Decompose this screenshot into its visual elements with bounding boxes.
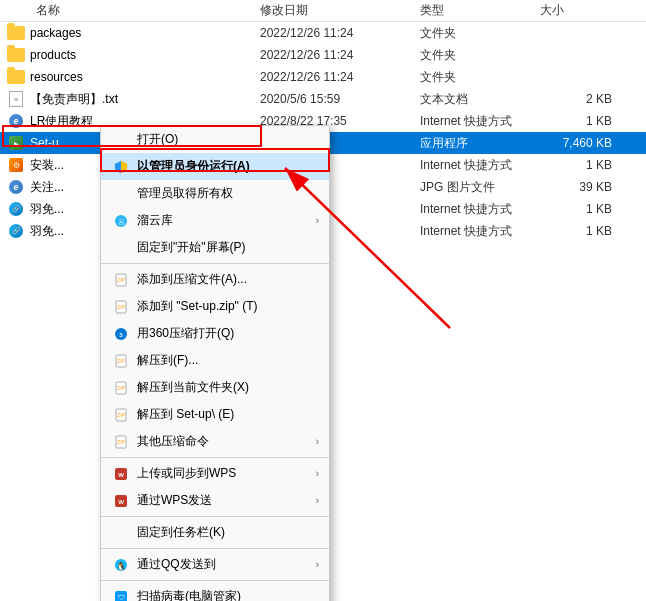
context-menu-item-open[interactable]: 打开(O)	[101, 126, 329, 153]
link-icon	[9, 224, 23, 238]
file-date: 2020/5/6 15:59	[260, 92, 420, 106]
context-menu-item-extract-here[interactable]: ZIP解压到当前文件夹(X)	[101, 374, 329, 401]
file-type: JPG 图片文件	[420, 179, 540, 196]
context-menu-separator	[101, 263, 329, 264]
file-row[interactable]: 【免责声明】.txt2020/5/6 15:59文本文档2 KB	[0, 88, 646, 110]
file-row[interactable]: resources2022/12/26 11:24文件夹	[0, 66, 646, 88]
file-type: Internet 快捷方式	[420, 201, 540, 218]
col-name-header: 名称	[0, 2, 260, 19]
file-size: 1 KB	[540, 114, 620, 128]
submenu-arrow-icon: ›	[316, 495, 319, 506]
file-date: 2022/12/26 11:24	[260, 26, 420, 40]
context-menu-item-add-setup-zip[interactable]: ZIP添加到 "Set-up.zip" (T)	[101, 293, 329, 320]
submenu-arrow-icon: ›	[316, 468, 319, 479]
context-menu-item-label: 上传或同步到WPS	[137, 465, 316, 482]
svg-text:ZIP: ZIP	[117, 439, 125, 445]
context-menu-item-label: 解压到(F)...	[137, 352, 319, 369]
file-type: Internet 快捷方式	[420, 223, 540, 240]
yunpan-icon: 云	[111, 213, 131, 229]
svg-text:🐧: 🐧	[116, 560, 126, 570]
url-icon	[9, 180, 23, 194]
wps-icon: W	[111, 466, 131, 482]
context-menu-item-label: 解压到 Set-up\ (E)	[137, 406, 319, 423]
empty-icon	[111, 240, 131, 256]
file-type: Internet 快捷方式	[420, 157, 540, 174]
qq-icon: 🐧	[111, 557, 131, 573]
file-date: 2022/12/26 11:24	[260, 70, 420, 84]
context-menu-item-run-as-admin[interactable]: 以管理员身份运行(A)	[101, 153, 329, 180]
context-menu-item-label: 溜云库	[137, 212, 316, 229]
zip-icon: ZIP	[111, 299, 131, 315]
submenu-arrow-icon: ›	[316, 215, 319, 226]
pcmanager-icon: 🛡	[111, 589, 131, 602]
context-menu-item-label: 解压到当前文件夹(X)	[137, 379, 319, 396]
context-menu-item-take-ownership[interactable]: 管理员取得所有权	[101, 180, 329, 207]
file-size: 2 KB	[540, 92, 620, 106]
context-menu-item-extract-setup[interactable]: ZIP解压到 Set-up\ (E)	[101, 401, 329, 428]
context-menu-item-add-compress[interactable]: ZIP添加到压缩文件(A)...	[101, 266, 329, 293]
file-type: Internet 快捷方式	[420, 113, 540, 130]
svg-text:ZIP: ZIP	[117, 358, 125, 364]
file-size: 7,460 KB	[540, 136, 620, 150]
context-menu-item-send-qq[interactable]: 🐧通过QQ发送到›	[101, 551, 329, 578]
context-menu-item-yunpan[interactable]: 云溜云库›	[101, 207, 329, 234]
column-headers: 名称 修改日期 类型 大小	[0, 0, 646, 22]
zip-icon: ZIP	[111, 353, 131, 369]
context-menu-item-label: 添加到 "Set-up.zip" (T)	[137, 298, 319, 315]
svg-text:ZIP: ZIP	[117, 412, 125, 418]
explorer-window: 名称 修改日期 类型 大小 packages2022/12/26 11:24文件…	[0, 0, 646, 601]
file-row[interactable]: packages2022/12/26 11:24文件夹	[0, 22, 646, 44]
svg-text:云: 云	[118, 218, 125, 225]
install-icon	[9, 158, 23, 172]
context-menu-item-360-compress[interactable]: 3用360压缩打开(Q)	[101, 320, 329, 347]
submenu-arrow-icon: ›	[316, 559, 319, 570]
context-menu-item-other-compress[interactable]: ZIP其他压缩命令›	[101, 428, 329, 455]
context-menu-item-pin-taskbar[interactable]: 固定到任务栏(K)	[101, 519, 329, 546]
context-menu-item-extract-to[interactable]: ZIP解压到(F)...	[101, 347, 329, 374]
svg-text:ZIP: ZIP	[117, 304, 125, 310]
file-size: 1 KB	[540, 202, 620, 216]
link-icon	[9, 202, 23, 216]
context-menu-item-label: 用360压缩打开(Q)	[137, 325, 319, 342]
icon-360: 3	[111, 326, 131, 342]
context-menu-separator	[101, 457, 329, 458]
svg-text:W: W	[118, 499, 124, 505]
file-date: 2022/12/26 11:24	[260, 48, 420, 62]
file-name: 【免责声明】.txt	[30, 91, 260, 108]
context-menu-item-pin-start[interactable]: 固定到"开始"屏幕(P)	[101, 234, 329, 261]
context-menu-item-send-wps[interactable]: W通过WPS发送›	[101, 487, 329, 514]
col-size-header: 大小	[540, 2, 620, 19]
context-menu-item-scan-virus[interactable]: 🛡扫描病毒(电脑管家)	[101, 583, 329, 601]
zip-icon: ZIP	[111, 272, 131, 288]
file-size: 39 KB	[540, 180, 620, 194]
svg-text:ZIP: ZIP	[117, 277, 125, 283]
col-date-header: 修改日期	[260, 2, 420, 19]
context-menu-item-upload-wps[interactable]: W上传或同步到WPS›	[101, 460, 329, 487]
url-icon	[9, 114, 23, 128]
context-menu-item-label: 固定到任务栏(K)	[137, 524, 319, 541]
context-menu-item-label: 以管理员身份运行(A)	[137, 158, 319, 175]
file-name: resources	[30, 70, 260, 84]
file-type: 应用程序	[420, 135, 540, 152]
exe-icon	[9, 136, 23, 150]
zip-icon: ZIP	[111, 380, 131, 396]
file-row[interactable]: products2022/12/26 11:24文件夹	[0, 44, 646, 66]
svg-text:W: W	[118, 472, 124, 478]
file-type: 文件夹	[420, 25, 540, 42]
txt-icon	[9, 91, 23, 107]
zip-icon: ZIP	[111, 434, 131, 450]
file-type: 文本文档	[420, 91, 540, 108]
empty-icon	[111, 525, 131, 541]
file-type: 文件夹	[420, 47, 540, 64]
wps-icon: W	[111, 493, 131, 509]
file-type: 文件夹	[420, 69, 540, 86]
context-menu-item-label: 固定到"开始"屏幕(P)	[137, 239, 319, 256]
context-menu-separator	[101, 516, 329, 517]
folder-icon	[7, 48, 25, 62]
file-name: packages	[30, 26, 260, 40]
context-menu-item-label: 扫描病毒(电脑管家)	[137, 588, 319, 601]
context-menu-item-label: 其他压缩命令	[137, 433, 316, 450]
context-menu-item-label: 添加到压缩文件(A)...	[137, 271, 319, 288]
svg-text:🛡: 🛡	[118, 594, 125, 601]
shield-icon	[111, 159, 131, 175]
